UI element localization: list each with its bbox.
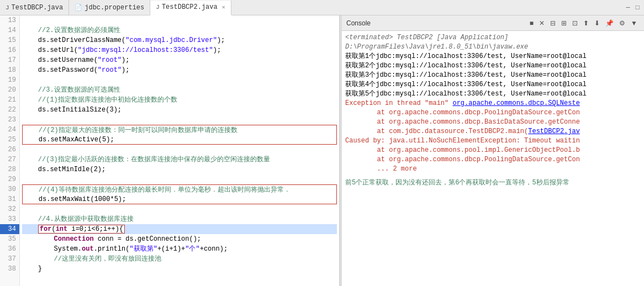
- minimize-btn[interactable]: —: [624, 3, 632, 13]
- console-stop-btn[interactable]: ■: [527, 18, 536, 29]
- console-pin-btn[interactable]: 📌: [603, 18, 616, 29]
- console-scroll-up-btn[interactable]: ⬆: [581, 18, 591, 29]
- ln-22: 22: [0, 105, 19, 115]
- code-line-19: [22, 75, 337, 85]
- tab-close-icon[interactable]: ✕: [222, 4, 225, 10]
- ln-33: 33: [0, 214, 19, 224]
- console-stack-5: at org.apache.commons.dbcp.PoolingDataSo…: [345, 155, 641, 165]
- ln-20: 20: [0, 85, 19, 95]
- ln-36: 36: [0, 244, 19, 254]
- code-line-37: //这里没有关闭，即没有放回连接池: [22, 254, 337, 264]
- console-note: 前5个正常获取，因为没有还回去，第6个再获取时会一直等待，5秒后报异常: [345, 179, 569, 187]
- code-line-31: ds.setMaxWait(1000*5);: [22, 194, 337, 204]
- code-area[interactable]: //2.设置数据源的必须属性 ds.setDriverClassName("co…: [20, 15, 339, 286]
- code-container: 13 14 15 16 17 18 19 20 21 22 23 24 25 2…: [0, 15, 339, 286]
- editor-panel: 13 14 15 16 17 18 19 20 21 22 23 24 25 2…: [0, 15, 340, 286]
- maximize-btn[interactable]: □: [634, 3, 642, 13]
- console-clear-btn[interactable]: ⊟: [548, 18, 558, 29]
- console-note-area: 前5个正常获取，因为没有还回去，第6个再获取时会一直等待，5秒后报异常: [345, 178, 641, 188]
- code-line-22: ds.setInitialSize(3);: [22, 105, 337, 115]
- console-stack-3: at com.jdbc.datasource.TestDBCP2.main(Te…: [345, 127, 641, 136]
- console-more: ... 2 more: [345, 165, 641, 174]
- code-line-28: ds.setMinIdle(2);: [22, 165, 337, 174]
- console-toolbar: ■ ✕ ⊟ ⊞ ⊡ ⬆ ⬇ 📌 ⚙ ▼: [527, 18, 640, 29]
- code-line-38: }: [22, 264, 337, 274]
- tab-jdbc-properties[interactable]: 📄 jdbc.properties: [69, 0, 150, 15]
- ln-24: 24: [0, 125, 19, 135]
- code-line-15: ds.setDriverClassName("com.mysql.jdbc.Dr…: [22, 35, 337, 45]
- ln-17: 17: [0, 55, 19, 65]
- code-line-36: System.out.println("获取第"+(i+1)+"个"+conn)…: [22, 244, 337, 254]
- exception-link[interactable]: org.apache.commons.dbcp.SQLNeste: [452, 99, 579, 107]
- line-numbers: 13 14 15 16 17 18 19 20 21 22 23 24 25 2…: [0, 15, 20, 286]
- ln-14: 14: [0, 25, 19, 35]
- code-line-27: //(3)指定最小活跃的连接数：在数据库连接池中保存的最少的空闲连接的数量: [22, 155, 337, 165]
- code-line-18: ds.setPassword("root");: [22, 65, 337, 75]
- ln-21: 21: [0, 95, 19, 105]
- tab-bar: J TestDBCP.java 📄 jdbc.properties J Test…: [0, 0, 644, 15]
- ln-34: 34: [0, 224, 19, 234]
- console-out-2: 获取第2个jdbc:mysql://localhost:3306/test, U…: [345, 61, 641, 71]
- code-line-13: [22, 15, 337, 25]
- ln-30: 30: [0, 184, 19, 194]
- console-exception-line: Exception in thread "main" org.apache.co…: [345, 99, 641, 108]
- console-scroll-down-btn[interactable]: ⬇: [592, 18, 602, 29]
- main-area: 13 14 15 16 17 18 19 20 21 22 23 24 25 2…: [0, 15, 644, 286]
- console-stack-4: at org.apache.commons.pool.impl.GenericO…: [345, 146, 641, 155]
- ln-37: 37: [0, 254, 19, 264]
- code-line-26: [22, 145, 337, 155]
- tab-testdbcp2[interactable]: J TestDBCP2.java ✕: [150, 1, 231, 15]
- code-line-25: ds.setMaxActive(5);: [22, 135, 337, 145]
- ln-23: 23: [0, 115, 19, 125]
- console-copy-btn[interactable]: ⊞: [559, 18, 569, 29]
- console-stack-2: at org.apache.commons.dbcp.BasicDataSour…: [345, 118, 641, 127]
- code-line-21: //(1)指定数据库连接池中初始化连接数的个数: [22, 95, 337, 105]
- code-line-34: for(int i=0;i<6;i++){: [22, 224, 337, 234]
- console-settings-btn[interactable]: ⚙: [617, 18, 627, 29]
- code-line-35: Connection conn = ds.getConnection();: [22, 234, 337, 244]
- code-line-20: //3.设置数据源的可选属性: [22, 85, 337, 95]
- ln-19: 19: [0, 75, 19, 85]
- tab-label-jdbc: jdbc.properties: [85, 4, 144, 12]
- code-line-23: [22, 115, 337, 125]
- console-title: Console: [346, 19, 371, 27]
- console-caused-by: Caused by: java.util.NoSuchElementExcept…: [345, 136, 641, 146]
- tab-label-testdbcp: TestDBCP.java: [12, 4, 64, 12]
- console-terminated-line: <terminated> TestDBCP2 [Java Application…: [345, 33, 641, 52]
- code-line-32: [22, 204, 337, 214]
- ln-31: 31: [0, 194, 19, 204]
- code-line-30: //(4)等待数据库连接池分配连接的最长时间．单位为毫秒．超出该时间将抛出异常．: [22, 184, 337, 194]
- java-icon-1: J: [6, 4, 9, 11]
- java-icon-2: J: [156, 4, 160, 10]
- ln-32: 32: [0, 204, 19, 214]
- code-line-16: ds.setUrl("jdbc:mysql://localhost:3306/t…: [22, 45, 337, 55]
- code-line-24: //(2)指定最大的连接数：同一时刻可以同时向数据库申请的连接数: [22, 125, 337, 135]
- console-out-3: 获取第3个jdbc:mysql://localhost:3306/test, U…: [345, 71, 641, 80]
- code-line-17: ds.setUsername("root");: [22, 55, 337, 65]
- ln-28: 28: [0, 165, 19, 174]
- ln-15: 15: [0, 35, 19, 45]
- tab-testdbcp[interactable]: J TestDBCP.java: [0, 0, 69, 15]
- console-out-5: 获取第5个jdbc:mysql://localhost:3306/test, U…: [345, 89, 641, 99]
- ln-26: 26: [0, 145, 19, 155]
- console-out-4: 获取第4个jdbc:mysql://localhost:3306/test, U…: [345, 80, 641, 89]
- ln-18: 18: [0, 65, 19, 75]
- console-view-btn[interactable]: ⊡: [570, 18, 580, 29]
- console-stack-1: at org.apache.commons.dbcp.PoolingDataSo…: [345, 108, 641, 118]
- ln-38: 38: [0, 264, 19, 274]
- ln-25: 25: [0, 135, 19, 145]
- console-output[interactable]: <terminated> TestDBCP2 [Java Application…: [342, 31, 644, 286]
- console-header: Console ■ ✕ ⊟ ⊞ ⊡ ⬆ ⬇ 📌 ⚙ ▼: [342, 15, 644, 31]
- ln-13: 13: [0, 15, 19, 25]
- properties-icon: 📄: [75, 4, 82, 11]
- ln-27: 27: [0, 155, 19, 165]
- testdbcp2-link[interactable]: TestDBCP2.jav: [528, 128, 580, 135]
- tab-window-controls: — □: [624, 3, 644, 13]
- tab-label-testdbcp2: TestDBCP2.java: [162, 3, 218, 11]
- ln-35: 35: [0, 234, 19, 244]
- console-out-1: 获取第1个jdbc:mysql://localhost:3306/test, U…: [345, 52, 641, 61]
- code-line-14: //2.设置数据源的必须属性: [22, 25, 337, 35]
- console-remove-btn[interactable]: ✕: [537, 18, 547, 29]
- console-panel: Console ■ ✕ ⊟ ⊞ ⊡ ⬆ ⬇ 📌 ⚙ ▼ <terminated>…: [342, 15, 644, 286]
- console-collapse-btn[interactable]: ▼: [629, 18, 640, 29]
